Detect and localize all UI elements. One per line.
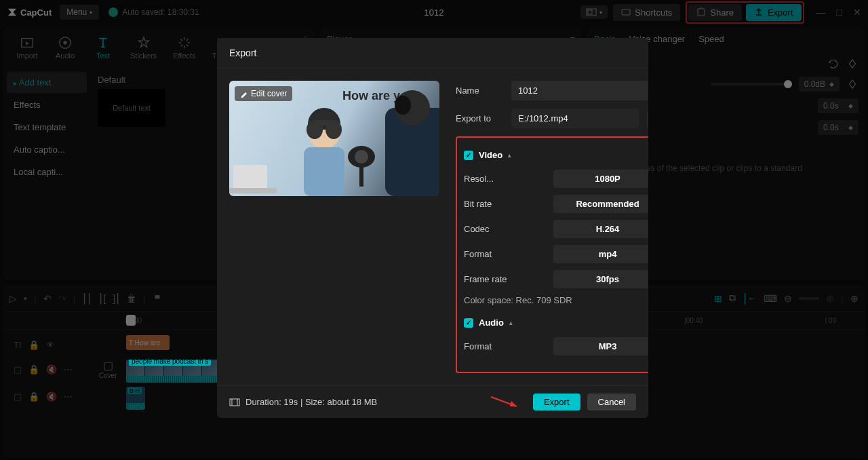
pencil-icon: [240, 90, 248, 98]
audio-format-dropdown[interactable]: MP3▾: [553, 337, 648, 356]
collapse-icon[interactable]: ▴: [508, 152, 511, 159]
resolution-dropdown[interactable]: 1080P▾: [553, 170, 648, 188]
resolution-label: Resol...: [464, 174, 511, 184]
film-icon: [229, 397, 240, 408]
codec-dropdown[interactable]: H.264▾: [553, 220, 648, 238]
person2-illustration: [378, 88, 439, 196]
bitrate-label: Bit rate: [464, 199, 511, 209]
svg-rect-18: [359, 166, 363, 187]
svg-rect-10: [233, 165, 267, 188]
format-dropdown[interactable]: mp4▾: [553, 245, 648, 263]
bitrate-dropdown[interactable]: Recommended▾: [553, 195, 648, 213]
audio-section-label: Audio: [479, 318, 504, 328]
collapse-icon[interactable]: ▴: [509, 320, 513, 326]
cover-preview: Edit cover How are you: [229, 81, 439, 196]
svg-rect-11: [229, 188, 277, 193]
audio-checkbox[interactable]: ✓: [464, 318, 473, 328]
framerate-label: Frame rate: [464, 274, 511, 284]
svg-rect-23: [230, 399, 239, 406]
svg-rect-13: [304, 147, 344, 196]
export-settings-highlight: ✓ Video ▴ Resol...1080P▾ Bit rateRecomme…: [456, 136, 648, 373]
svg-point-22: [395, 96, 411, 115]
svg-point-19: [355, 150, 368, 164]
arrow-annotation: [490, 394, 524, 410]
svg-marker-27: [510, 401, 517, 406]
format-label: Format: [464, 249, 511, 259]
cancel-button[interactable]: Cancel: [587, 394, 636, 410]
export-duration-info: Duration: 19s | Size: about 18 MB: [229, 397, 377, 408]
exportto-input[interactable]: [511, 109, 639, 128]
audio-format-label: Format: [464, 341, 511, 351]
name-label: Name: [456, 85, 503, 96]
name-input[interactable]: [511, 81, 648, 100]
export-modal: Export Edit cover How are you Name: [217, 38, 648, 418]
colorspace-info: Color space: Rec. 709 SDR: [464, 295, 648, 305]
video-section-label: Video: [479, 150, 502, 160]
modal-title: Export: [217, 38, 648, 69]
svg-rect-16: [312, 120, 336, 126]
codec-label: Codec: [464, 224, 511, 234]
mic-illustration: [344, 142, 378, 189]
laptop-illustration: [229, 162, 283, 196]
exportto-label: Export to: [456, 113, 503, 123]
video-checkbox[interactable]: ✓: [464, 151, 473, 160]
edit-cover-button[interactable]: Edit cover: [235, 86, 292, 101]
framerate-dropdown[interactable]: 30fps▾: [553, 270, 648, 288]
browse-folder-button[interactable]: [647, 109, 648, 128]
export-button[interactable]: Export: [533, 394, 580, 410]
